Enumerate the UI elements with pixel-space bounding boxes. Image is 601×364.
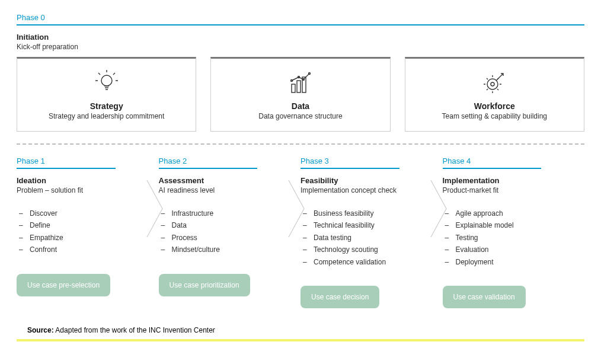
gear-arrow-icon xyxy=(413,68,577,97)
list-item: Agile approach xyxy=(443,207,570,219)
list-item: Business feasibility xyxy=(300,207,427,219)
svg-point-7 xyxy=(308,73,310,75)
source-text: Adapted from the work of the INC Inventi… xyxy=(54,326,215,334)
list-item: Technology scouting xyxy=(300,244,427,256)
phase-bullets: Agile approach Explainable model Testing… xyxy=(443,207,570,268)
list-item: Infrastructure xyxy=(159,207,286,219)
svg-rect-1 xyxy=(292,84,295,92)
phase-title: Assessment xyxy=(159,176,286,185)
list-item: Mindset/culture xyxy=(159,244,286,256)
phase-subtitle: Implementation concept check xyxy=(300,186,427,194)
phase-subtitle: Problem – solution fit xyxy=(17,186,143,194)
list-item: Process xyxy=(159,232,286,244)
svg-point-9 xyxy=(491,82,494,86)
card-title: Workforce xyxy=(413,101,577,111)
phases-row: Phase 1 Ideation Problem – solution fit … xyxy=(17,155,584,308)
list-item: Define xyxy=(17,219,143,231)
phase-label: Phase 4 xyxy=(443,157,542,169)
phase-0-cards: Strategy Strategy and leadership commitm… xyxy=(17,57,584,132)
pill-use-case-pre-selection: Use case pre-selection xyxy=(17,274,110,296)
card-strategy: Strategy Strategy and leadership commitm… xyxy=(17,57,196,132)
card-title: Strategy xyxy=(24,101,188,111)
list-item: Technical feasibility xyxy=(300,219,427,231)
phase-bullets: Business feasibility Technical feasibili… xyxy=(300,207,427,268)
phase-3: Phase 3 Feasibility Implementation conce… xyxy=(300,155,443,308)
lightbulb-icon xyxy=(24,68,188,97)
list-item: Deployment xyxy=(443,256,570,268)
source-line: Source: Adapted from the work of the INC… xyxy=(17,326,584,341)
card-desc: Data governance structure xyxy=(218,112,382,120)
phase-1: Phase 1 Ideation Problem – solution fit … xyxy=(17,155,159,308)
card-data: Data Data governance structure xyxy=(210,57,390,132)
phase-label: Phase 2 xyxy=(159,157,258,169)
list-item: Discover xyxy=(17,207,143,219)
pill-use-case-decision: Use case decision xyxy=(300,286,379,308)
list-item: Explainable model xyxy=(443,219,570,231)
list-item: Data testing xyxy=(300,232,427,244)
pill-use-case-validation: Use case validation xyxy=(443,286,526,308)
pill-use-case-prioritization: Use case prioritization xyxy=(159,274,250,296)
phase-title: Feasibility xyxy=(300,176,427,185)
svg-point-0 xyxy=(101,75,112,86)
list-item: Testing xyxy=(443,232,570,244)
list-item: Confront xyxy=(17,244,143,256)
phase-0-title: Initiation xyxy=(17,33,584,41)
card-desc: Team setting & capability building xyxy=(413,112,577,120)
list-item: Competence validation xyxy=(300,256,427,268)
divider xyxy=(17,143,584,145)
list-item: Empathize xyxy=(17,232,143,244)
phase-title: Implementation xyxy=(443,176,570,185)
source-label: Source: xyxy=(27,326,54,334)
phase-subtitle: Product-market fit xyxy=(443,186,570,194)
phase-bullets: Infrastructure Data Process Mindset/cult… xyxy=(159,207,286,256)
list-item: Data xyxy=(159,219,286,231)
card-title: Data xyxy=(218,101,382,111)
list-item: Evaluation xyxy=(443,244,570,256)
phase-subtitle: AI readiness level xyxy=(159,186,286,194)
phase-0-subtitle: Kick-off preparation xyxy=(17,43,584,51)
svg-rect-2 xyxy=(297,81,300,92)
phase-4: Phase 4 Implementation Product-market fi… xyxy=(443,155,585,308)
card-desc: Strategy and leadership commitment xyxy=(24,112,188,120)
bar-chart-icon xyxy=(218,68,382,97)
phase-label: Phase 3 xyxy=(300,157,399,169)
card-workforce: Workforce Team setting & capability buil… xyxy=(405,57,584,132)
phase-bullets: Discover Define Empathize Confront xyxy=(17,207,143,256)
phase-0-label: Phase 0 xyxy=(17,13,584,25)
phase-label: Phase 1 xyxy=(17,157,116,169)
phase-title: Ideation xyxy=(17,176,143,185)
phase-2: Phase 2 Assessment AI readiness level In… xyxy=(159,155,301,308)
